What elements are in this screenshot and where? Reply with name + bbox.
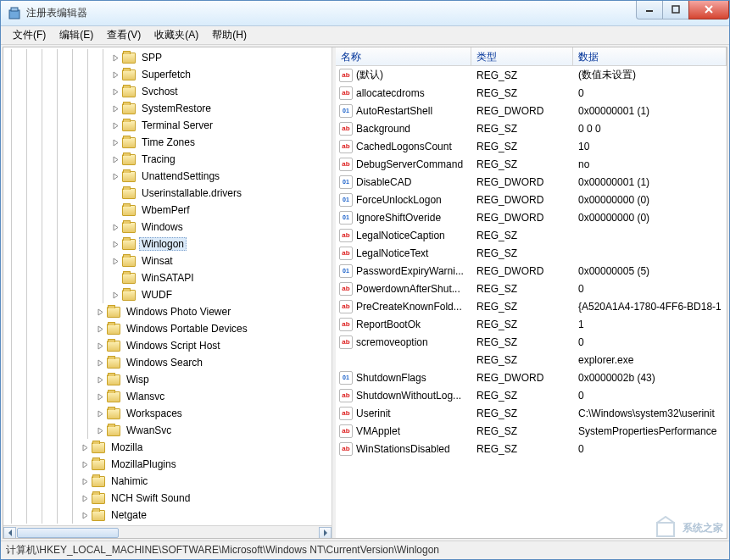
expander-closed-icon[interactable]	[95, 391, 105, 402]
tree-item[interactable]: Netgate	[3, 507, 332, 524]
tree-item[interactable]: MozillaPlugins	[3, 456, 332, 473]
list-pane[interactable]: 名称 类型 数据 (默认)REG_SZ(数值未设置)allocatecdroms…	[336, 47, 727, 538]
expander-closed-icon[interactable]	[95, 374, 105, 385]
list-row[interactable]: IgnoreShiftOverideREG_DWORD0x00000000 (0…	[336, 208, 727, 226]
tree-item[interactable]: Userinstallable.drivers	[3, 185, 332, 202]
folder-icon	[122, 290, 136, 301]
col-header-data[interactable]: 数据	[573, 47, 727, 65]
expander-closed-icon[interactable]	[95, 341, 105, 351]
expander-closed-icon[interactable]	[110, 171, 120, 181]
list-row[interactable]: ShellREG_SZexplorer.exe	[336, 351, 727, 369]
svg-marker-21	[98, 360, 103, 366]
list-cell-type: REG_SZ	[471, 408, 573, 419]
expander-closed-icon[interactable]	[95, 425, 105, 435]
expander-closed-icon[interactable]	[110, 103, 120, 114]
expander-closed-icon[interactable]	[80, 476, 90, 486]
tree-item[interactable]: Wlansvc	[3, 388, 332, 405]
expander-closed-icon[interactable]	[95, 307, 105, 317]
expander-closed-icon[interactable]	[80, 459, 90, 469]
expander-closed-icon[interactable]	[95, 408, 105, 419]
menu-help[interactable]: 帮助(H)	[205, 26, 254, 44]
menu-view[interactable]: 查看(V)	[100, 26, 148, 44]
list-row[interactable]: PasswordExpiryWarni...REG_DWORD0x0000000…	[336, 262, 727, 280]
list-row[interactable]: UserinitREG_SZC:\Windows\system32\userin…	[336, 404, 727, 422]
tree-item[interactable]: Windows Script Host	[3, 337, 332, 354]
menu-file[interactable]: 文件(F)	[6, 26, 53, 44]
expander-closed-icon[interactable]	[80, 493, 90, 503]
tree-item[interactable]: Mozilla	[3, 439, 332, 456]
tree-item[interactable]: Windows Photo Viewer	[3, 303, 332, 320]
tree-item[interactable]: Tracing	[3, 151, 332, 168]
tree-item[interactable]: WinSATAPI	[3, 269, 332, 286]
expander-closed-icon[interactable]	[95, 358, 105, 368]
expander-closed-icon[interactable]	[80, 510, 90, 520]
scroll-left-button[interactable]	[3, 527, 16, 538]
tree-hscrollbar[interactable]	[3, 525, 332, 538]
list-row[interactable]: WinStationsDisabledREG_SZ0	[336, 440, 727, 457]
minimize-button[interactable]	[636, 1, 663, 19]
expander-closed-icon[interactable]	[110, 53, 120, 63]
list-row[interactable]: DebugServerCommandREG_SZno	[336, 155, 727, 173]
tree-item[interactable]: Terminal Server	[3, 117, 332, 134]
tree-item[interactable]: Workspaces	[3, 405, 332, 422]
tree-item[interactable]: NCH Swift Sound	[3, 490, 332, 507]
expander-closed-icon[interactable]	[110, 222, 120, 232]
tree-item[interactable]: Windows	[3, 219, 332, 236]
list-row[interactable]: allocatecdromsREG_SZ0	[336, 84, 727, 102]
close-button[interactable]	[688, 1, 729, 19]
list-row[interactable]: scremoveoptionREG_SZ0	[336, 333, 727, 351]
tree-item[interactable]: Nahimic	[3, 473, 332, 490]
list-row[interactable]: PreCreateKnownFold...REG_SZ{A520A1A4-178…	[336, 297, 727, 315]
expander-closed-icon[interactable]	[80, 442, 90, 452]
expander-closed-icon[interactable]	[110, 239, 120, 249]
tree-item[interactable]: Time Zones	[3, 134, 332, 151]
list-row[interactable]: BackgroundREG_SZ0 0 0	[336, 119, 727, 137]
list-row[interactable]: DisableCADREG_DWORD0x00000001 (1)	[336, 173, 727, 191]
scroll-thumb[interactable]	[17, 528, 119, 538]
list-row[interactable]: ShutdownFlagsREG_DWORD0x0000002b (43)	[336, 369, 727, 386]
expander-closed-icon[interactable]	[110, 256, 120, 266]
col-header-type[interactable]: 类型	[471, 47, 573, 65]
scroll-right-button[interactable]	[319, 527, 332, 538]
expander-closed-icon[interactable]	[110, 69, 120, 80]
tree-item[interactable]: SystemRestore	[3, 100, 332, 117]
list-row[interactable]: VMAppletREG_SZSystemPropertiesPerformanc…	[336, 422, 727, 440]
tree-item[interactable]: WbemPerf	[3, 202, 332, 219]
list-cell-type: REG_SZ	[471, 336, 573, 348]
list-row[interactable]: ShutdownWithoutLog...REG_SZ0	[336, 386, 727, 404]
tree-item[interactable]: Winlogon	[3, 236, 332, 252]
tree-item[interactable]: UnattendSettings	[3, 168, 332, 185]
tree-item[interactable]: Wisp	[3, 371, 332, 388]
tree-item[interactable]: Superfetch	[3, 66, 332, 83]
titlebar[interactable]: 注册表编辑器	[1, 1, 729, 26]
tree-item[interactable]: Svchost	[3, 83, 332, 100]
expander-closed-icon[interactable]	[110, 154, 120, 164]
tree-item[interactable]: Winsat	[3, 252, 332, 269]
expander-closed-icon[interactable]	[110, 120, 120, 130]
tree-item[interactable]: Windows Portable Devices	[3, 320, 332, 337]
tree-item[interactable]: Windows Search	[3, 354, 332, 371]
expander-closed-icon[interactable]	[110, 137, 120, 147]
tree-item[interactable]: SPP	[3, 49, 332, 66]
tree-item[interactable]: WwanSvc	[3, 422, 332, 439]
list-row[interactable]: LegalNoticeCaptionREG_SZ	[336, 226, 727, 244]
list-cell-type: REG_SZ	[471, 301, 573, 313]
list-row[interactable]: LegalNoticeTextREG_SZ	[336, 244, 727, 262]
svg-marker-19	[98, 326, 103, 332]
maximize-button[interactable]	[662, 1, 689, 19]
list-row[interactable]: AutoRestartShellREG_DWORD0x00000001 (1)	[336, 102, 727, 119]
menu-favorites[interactable]: 收藏夹(A)	[148, 26, 205, 44]
expander-closed-icon[interactable]	[95, 324, 105, 334]
list-row[interactable]: (默认)REG_SZ(数值未设置)	[336, 66, 727, 84]
expander-closed-icon[interactable]	[110, 86, 120, 97]
string-value-icon	[339, 158, 353, 171]
menu-edit[interactable]: 编辑(E)	[53, 26, 100, 44]
list-row[interactable]: ForceUnlockLogonREG_DWORD0x00000000 (0)	[336, 191, 727, 208]
list-row[interactable]: PowerdownAfterShut...REG_SZ0	[336, 280, 727, 297]
col-header-name[interactable]: 名称	[336, 47, 471, 65]
list-row[interactable]: ReportBootOkREG_SZ1	[336, 315, 727, 333]
tree-item[interactable]: WUDF	[3, 286, 332, 303]
tree-pane[interactable]: SPPSuperfetchSvchostSystemRestoreTermina…	[3, 47, 332, 538]
expander-closed-icon[interactable]	[110, 290, 120, 300]
list-row[interactable]: CachedLogonsCountREG_SZ10	[336, 137, 727, 155]
